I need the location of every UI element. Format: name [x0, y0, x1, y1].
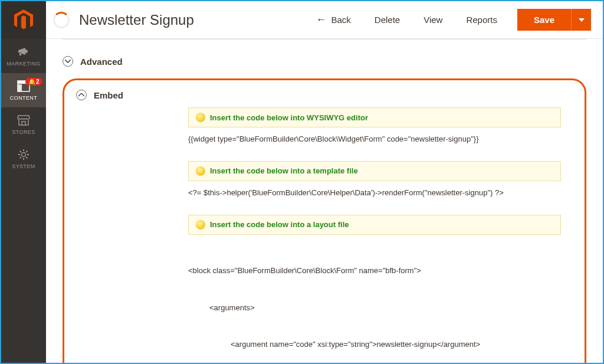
section-advanced-label: Advanced [80, 57, 123, 67]
lightbulb-icon [196, 220, 205, 229]
magento-logo-icon [14, 9, 33, 31]
code-line: <block class="BlueFormBuilder\Core\Block… [188, 265, 561, 277]
embed-highlight-box: Embed Insert the code below into WYSIWYG… [63, 78, 586, 363]
nav-content[interactable]: CONTENT 🔔 2 [1, 73, 46, 107]
view-button[interactable]: View [415, 10, 451, 29]
content-area: Advanced Embed Insert the code below int… [46, 39, 603, 363]
nav-label: STORES [12, 129, 35, 135]
svg-point-3 [22, 153, 26, 157]
save-button[interactable]: Save [517, 9, 571, 31]
nav-label: MARKETING [6, 61, 40, 67]
code-line: <argument name="code" xsi:type="string">… [188, 339, 561, 351]
section-advanced-toggle[interactable]: Advanced [63, 50, 586, 73]
svg-rect-2 [18, 84, 22, 91]
lightbulb-icon [196, 166, 205, 176]
hint-layout: Insert the code below into a layout file [188, 215, 561, 235]
back-button[interactable]: ← Back [307, 9, 359, 31]
store-icon [17, 114, 31, 127]
page-header: Newsletter Signup ← Back Delete View Rep… [46, 1, 603, 39]
nav-stores[interactable]: STORES [1, 107, 46, 142]
back-button-label: Back [331, 15, 350, 25]
code-layout[interactable]: <block class="BlueFormBuilder\Core\Block… [188, 241, 561, 363]
gear-icon [17, 148, 31, 161]
admin-sidebar: MARKETING CONTENT 🔔 2 STORES SYSTEM [1, 1, 46, 363]
code-line: <arguments> [188, 302, 561, 314]
save-button-group: Save [517, 9, 591, 31]
divider [63, 39, 586, 40]
megaphone-icon [17, 45, 31, 58]
section-embed-toggle[interactable]: Embed [76, 90, 573, 104]
reports-button[interactable]: Reports [458, 10, 505, 29]
delete-button[interactable]: Delete [366, 10, 408, 29]
main-area: Newsletter Signup ← Back Delete View Rep… [46, 1, 603, 363]
badge-count: 2 [36, 78, 40, 85]
nav-marketing[interactable]: MARKETING [1, 39, 46, 73]
magento-logo[interactable] [1, 1, 46, 39]
save-dropdown-toggle[interactable] [571, 9, 591, 31]
app-frame: { "header": { "title": "Newsletter Signu… [0, 0, 604, 364]
hint-wysiwyg: Insert the code below into WYSIWYG edito… [188, 107, 561, 127]
page-title: Newsletter Signup [79, 12, 194, 28]
arrow-left-icon: ← [316, 14, 326, 26]
chevron-down-icon [63, 56, 73, 67]
section-embed-label: Embed [94, 90, 123, 100]
chevron-up-icon [76, 90, 87, 100]
lightbulb-icon [196, 113, 205, 122]
hint-text: Insert the code below into WYSIWYG edito… [210, 113, 368, 122]
code-wysiwyg[interactable]: {{widget type="BlueFormBuilder\Core\Bloc… [188, 133, 561, 146]
nav-label: CONTENT [10, 95, 37, 101]
hint-template: Insert the code below into a template fi… [188, 161, 561, 181]
hint-text: Insert the code below into a layout file [210, 220, 349, 229]
notification-badge[interactable]: 🔔 2 [25, 78, 42, 86]
embed-content: Insert the code below into WYSIWYG edito… [76, 107, 573, 363]
hint-text: Insert the code below into a template fi… [210, 166, 358, 175]
loading-spinner-icon [53, 12, 70, 28]
nav-label: SYSTEM [12, 163, 35, 169]
nav-system[interactable]: SYSTEM [1, 142, 46, 176]
bell-icon: 🔔 [28, 78, 35, 85]
chevron-down-icon [579, 18, 585, 22]
code-template[interactable]: <?= $this->helper('BlueFormBuilder\Core\… [188, 187, 561, 199]
